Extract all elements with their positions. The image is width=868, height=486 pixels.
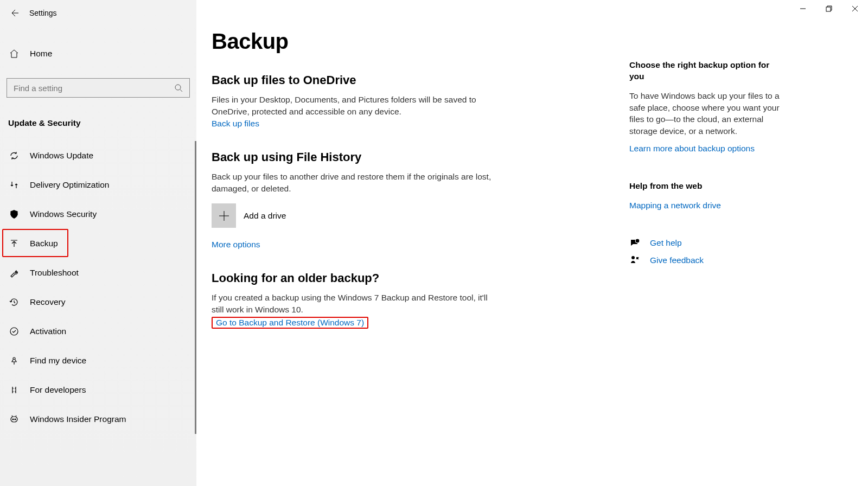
section-body-older: If you created a backup using the Window… xyxy=(212,292,494,316)
link-learn-more-backup[interactable]: Learn more about backup options xyxy=(629,144,755,154)
search-input[interactable] xyxy=(14,84,174,93)
search-box[interactable] xyxy=(7,78,190,98)
section-onedrive: Back up files to OneDrive Files in your … xyxy=(212,73,613,129)
sidebar-item-label: Troubleshoot xyxy=(30,268,79,278)
right-body-choose: To have Windows back up your files to a … xyxy=(629,90,787,137)
minimize-button[interactable] xyxy=(790,0,816,17)
sidebar-item-troubleshoot[interactable]: Troubleshoot xyxy=(0,258,196,287)
insider-icon xyxy=(9,414,19,424)
svg-rect-10 xyxy=(826,7,831,11)
search-icon xyxy=(174,84,183,92)
back-arrow-icon[interactable] xyxy=(10,9,18,17)
pin-icon xyxy=(9,356,19,366)
sidebar-item-find-my-device[interactable]: Find my device xyxy=(0,346,196,375)
svg-point-9 xyxy=(631,256,635,259)
selection-indicator xyxy=(195,141,196,434)
sidebar-home[interactable]: Home xyxy=(0,39,196,68)
plus-icon xyxy=(212,203,236,228)
clock-icon xyxy=(9,297,19,307)
svg-point-0 xyxy=(175,85,181,90)
sidebar-item-label: For developers xyxy=(30,385,86,395)
right-heading-choose: Choose the right backup option for you xyxy=(629,60,787,82)
svg-rect-5 xyxy=(11,417,17,422)
sidebar-item-label: Delivery Optimization xyxy=(30,180,109,190)
page-title: Backup xyxy=(212,29,613,54)
wrench-icon xyxy=(9,268,19,278)
right-section-help-web: Help from the web Mapping a network driv… xyxy=(629,181,787,210)
link-more-options[interactable]: More options xyxy=(212,240,260,250)
link-mapping-network-drive[interactable]: Mapping a network drive xyxy=(629,201,721,210)
section-heading-file-history: Back up using File History xyxy=(212,150,613,164)
right-panel: Choose the right backup option for you T… xyxy=(629,29,787,486)
sidebar-item-windows-insider[interactable]: Windows Insider Program xyxy=(0,405,196,434)
get-help-row[interactable]: Get help xyxy=(629,238,787,248)
svg-point-4 xyxy=(13,357,15,360)
maximize-button[interactable] xyxy=(816,0,842,17)
sidebar-item-windows-security[interactable]: Windows Security xyxy=(0,200,196,229)
dev-icon xyxy=(9,385,19,395)
sidebar-header: Settings xyxy=(0,1,196,25)
sidebar-item-activation[interactable]: Activation xyxy=(0,317,196,346)
svg-point-7 xyxy=(15,419,16,420)
sidebar-item-label: Recovery xyxy=(30,297,65,307)
svg-point-3 xyxy=(10,328,18,335)
sidebar-item-delivery-optimization[interactable]: Delivery Optimization xyxy=(0,170,196,200)
sidebar-item-backup[interactable]: Backup xyxy=(0,229,196,258)
sidebar-nav-list: Windows Update Delivery Optimization Win… xyxy=(0,141,196,434)
sidebar-home-label: Home xyxy=(30,49,52,59)
sidebar-item-recovery[interactable]: Recovery xyxy=(0,287,196,317)
main-area: Backup Back up files to OneDrive Files i… xyxy=(196,0,868,486)
sidebar-category-header: Update & Security xyxy=(8,118,196,128)
window-controls xyxy=(790,0,868,17)
section-file-history: Back up using File History Back up your … xyxy=(212,150,613,250)
add-drive-button[interactable]: Add a drive xyxy=(212,203,613,228)
upload-icon xyxy=(9,239,19,248)
link-give-feedback[interactable]: Give feedback xyxy=(650,255,704,265)
section-heading-onedrive: Back up files to OneDrive xyxy=(212,73,613,87)
right-section-actions: Get help Give feedback xyxy=(629,238,787,266)
transfer-icon xyxy=(9,180,19,190)
svg-rect-2 xyxy=(11,214,17,214)
sidebar-item-label: Find my device xyxy=(30,356,86,366)
section-body-onedrive: Files in your Desktop, Documents, and Pi… xyxy=(212,94,494,118)
sidebar-item-label: Windows Security xyxy=(30,209,97,219)
link-back-up-files[interactable]: Back up files xyxy=(212,119,259,129)
give-feedback-row[interactable]: Give feedback xyxy=(629,255,787,266)
svg-point-8 xyxy=(635,239,640,243)
section-heading-older: Looking for an older backup? xyxy=(212,271,613,285)
sidebar-item-label: Activation xyxy=(30,327,66,336)
content-column: Backup Back up files to OneDrive Files i… xyxy=(212,29,613,486)
check-icon xyxy=(9,327,19,336)
svg-point-6 xyxy=(12,419,14,420)
sidebar-item-label: Backup xyxy=(30,239,58,248)
sync-icon xyxy=(9,151,19,161)
chat-icon xyxy=(629,238,640,248)
sidebar-item-windows-update[interactable]: Windows Update xyxy=(0,141,196,170)
home-icon xyxy=(9,49,19,59)
annotation-highlight-restore-link: Go to Backup and Restore (Windows 7) xyxy=(212,317,368,329)
right-heading-help-web: Help from the web xyxy=(629,181,787,192)
section-body-file-history: Back up your files to another drive and … xyxy=(212,171,494,195)
add-drive-label: Add a drive xyxy=(244,211,286,221)
section-older-backup: Looking for an older backup? If you crea… xyxy=(212,271,613,329)
link-backup-restore-win7[interactable]: Go to Backup and Restore (Windows 7) xyxy=(216,318,364,328)
right-section-choose: Choose the right backup option for you T… xyxy=(629,60,787,154)
sidebar-item-label: Windows Insider Program xyxy=(30,414,126,424)
shield-icon xyxy=(9,209,19,219)
window-title: Settings xyxy=(29,9,57,17)
sidebar-item-for-developers[interactable]: For developers xyxy=(0,375,196,405)
close-button[interactable] xyxy=(842,0,868,17)
sidebar: Settings Home Update & Security Windows … xyxy=(0,0,196,486)
sidebar-item-label: Windows Update xyxy=(30,151,93,161)
link-get-help[interactable]: Get help xyxy=(650,238,682,248)
feedback-icon xyxy=(629,255,640,266)
